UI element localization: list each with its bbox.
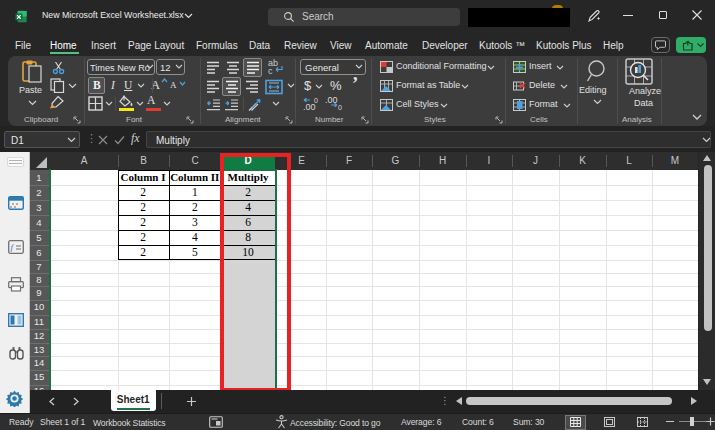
svg-text:c: c: [268, 66, 273, 75]
svg-text:.00: .00: [325, 97, 338, 105]
svg-text:f: f: [11, 242, 15, 252]
svg-text:0: 0: [338, 104, 342, 111]
svg-text:0: 0: [314, 97, 318, 104]
